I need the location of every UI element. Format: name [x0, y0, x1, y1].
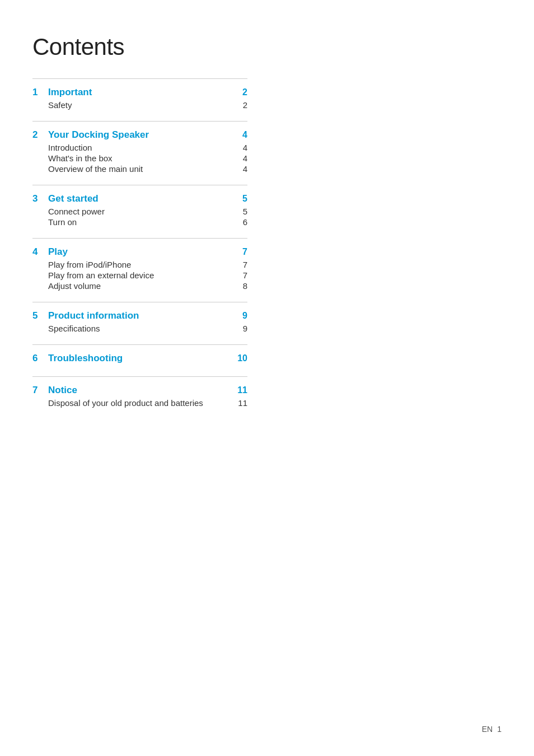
sub-item-page: 4: [232, 153, 247, 163]
sub-item-page: 5: [232, 207, 247, 216]
sub-item-page: 4: [232, 143, 247, 152]
section-title: Play: [48, 246, 232, 258]
section-heading-row: 3Get started5: [32, 193, 247, 204]
section-heading-row: 2Your Docking Speaker4: [32, 129, 247, 141]
toc-list: 1Important2Safety22Your Docking Speaker4…: [32, 78, 247, 419]
sub-item-title: Connect power: [48, 207, 232, 216]
section-title: Notice: [48, 385, 232, 396]
toc-section-4: 4Play7Play from iPod/iPhone7Play from an…: [32, 238, 247, 302]
section-heading-row: 6Troubleshooting10: [32, 353, 247, 364]
section-title: Troubleshooting: [48, 353, 232, 364]
section-page: 7: [232, 247, 247, 257]
section-page: 11: [232, 385, 247, 395]
footer-language: EN: [482, 725, 493, 734]
toc-section-1: 1Important2Safety2: [32, 78, 247, 121]
sub-item-title: Play from an external device: [48, 270, 232, 280]
section-number: 1: [32, 87, 48, 98]
sub-item-row: Specifications9: [32, 324, 247, 333]
toc-section-5: 5Product information9Specifications9: [32, 302, 247, 344]
sub-item-page: 9: [232, 324, 247, 333]
section-page: 4: [232, 130, 247, 140]
sub-item-title: What's in the box: [48, 153, 232, 163]
sub-item-row: Turn on6: [32, 217, 247, 227]
section-number: 6: [32, 353, 48, 364]
sub-item-title: Specifications: [48, 324, 232, 333]
section-title: Product information: [48, 310, 232, 321]
sub-item-row: Disposal of your old product and batteri…: [32, 398, 247, 408]
sub-item-row: Play from an external device7: [32, 270, 247, 280]
section-heading-row: 5Product information9: [32, 310, 247, 321]
sub-item-row: Overview of the main unit4: [32, 164, 247, 174]
sub-item-title: Turn on: [48, 217, 232, 227]
section-page: 9: [232, 311, 247, 321]
section-number: 3: [32, 193, 48, 204]
sub-item-page: 8: [232, 281, 247, 291]
section-heading-row: 4Play7: [32, 246, 247, 258]
section-title: Get started: [48, 193, 232, 204]
sub-item-row: Connect power5: [32, 207, 247, 216]
sub-item-page: 4: [232, 164, 247, 174]
toc-section-6: 6Troubleshooting10: [32, 344, 247, 376]
footer: EN 1: [482, 725, 502, 734]
section-number: 5: [32, 310, 48, 321]
sub-item-title: Introduction: [48, 143, 232, 152]
sub-item-page: 7: [232, 270, 247, 280]
sub-item-title: Play from iPod/iPhone: [48, 260, 232, 269]
sub-item-title: Overview of the main unit: [48, 164, 232, 174]
page-container: Contents 1Important2Safety22Your Docking…: [0, 0, 280, 452]
sub-item-row: Play from iPod/iPhone7: [32, 260, 247, 269]
sub-item-title: Disposal of your old product and batteri…: [48, 398, 232, 408]
sub-item-row: Introduction4: [32, 143, 247, 152]
section-heading-row: 7Notice11: [32, 385, 247, 396]
sub-item-title: Adjust volume: [48, 281, 232, 291]
toc-section-2: 2Your Docking Speaker4Introduction4What'…: [32, 121, 247, 185]
sub-item-title: Safety: [48, 100, 232, 110]
sub-item-page: 7: [232, 260, 247, 269]
section-number: 2: [32, 129, 48, 141]
toc-section-3: 3Get started5Connect power5Turn on6: [32, 185, 247, 238]
sub-item-row: Safety2: [32, 100, 247, 110]
section-number: 7: [32, 385, 48, 396]
sub-item-row: What's in the box4: [32, 153, 247, 163]
sub-item-page: 2: [232, 100, 247, 110]
section-page: 10: [232, 353, 247, 363]
sub-item-page: 6: [232, 217, 247, 227]
section-title: Your Docking Speaker: [48, 129, 232, 141]
section-page: 2: [232, 87, 247, 97]
sub-item-page: 11: [232, 398, 247, 408]
section-number: 4: [32, 246, 48, 258]
section-title: Important: [48, 87, 232, 98]
footer-page-number: 1: [497, 725, 502, 734]
section-page: 5: [232, 194, 247, 204]
page-title: Contents: [32, 34, 247, 60]
section-heading-row: 1Important2: [32, 87, 247, 98]
sub-item-row: Adjust volume8: [32, 281, 247, 291]
toc-section-7: 7Notice11Disposal of your old product an…: [32, 376, 247, 419]
